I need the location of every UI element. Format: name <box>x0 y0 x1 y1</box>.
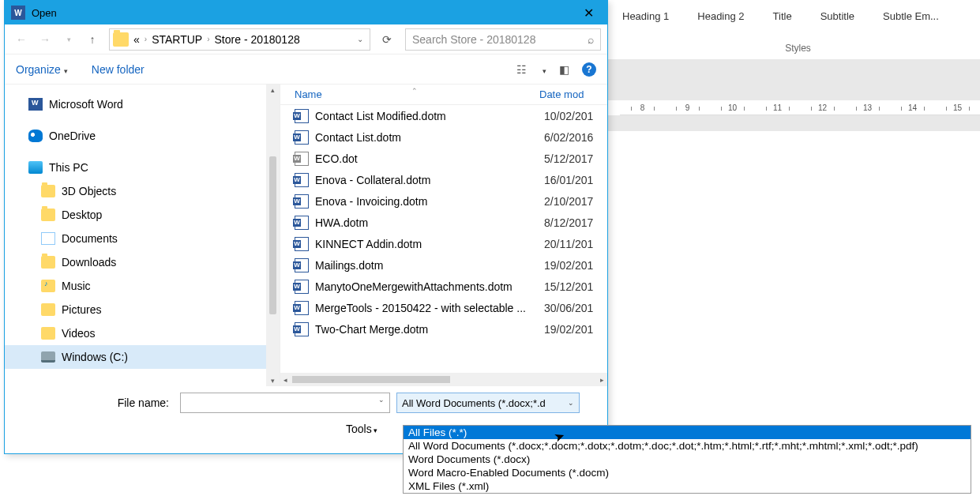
file-row[interactable]: Two-Chart Merge.dotm19/02/201 <box>280 318 607 340</box>
docs-icon <box>41 232 55 245</box>
music-icon <box>41 280 55 292</box>
file-row[interactable]: ManytoOneMergewithAttachments.dotm15/12/… <box>280 276 607 297</box>
filter-option[interactable]: Word Documents (*.docx) <box>404 453 971 466</box>
filename-label: File name: <box>16 396 174 409</box>
pc-icon <box>28 161 43 174</box>
organize-menu[interactable]: Organize <box>16 63 68 76</box>
tree-item-desktop[interactable]: Desktop <box>5 203 280 227</box>
sidebar-scrollbar[interactable]: ▴▾ <box>266 85 280 386</box>
search-icon[interactable]: ⌕ <box>588 33 594 46</box>
crumb-startup[interactable]: STARTUP <box>152 33 202 46</box>
filename-input[interactable]: ⌄ <box>180 393 390 413</box>
scroll-right-icon[interactable]: ▸ <box>597 376 607 384</box>
crumb-store[interactable]: Store - 20180128 <box>215 33 300 46</box>
preview-pane-button[interactable]: ◧ <box>559 63 569 76</box>
address-bar[interactable]: « › STARTUP › Store - 20180128 ⌄ <box>109 28 370 51</box>
filter-option[interactable]: All Word Documents (*.docx;*.docm;*.dotx… <box>404 439 971 453</box>
style-title[interactable]: Title <box>759 10 806 22</box>
file-list[interactable]: Contact List Modified.dotm10/02/201Conta… <box>280 105 607 340</box>
chevron-right-icon[interactable]: › <box>145 35 147 43</box>
recent-dropdown[interactable]: ▾ <box>58 29 79 50</box>
horizontal-ruler[interactable]: 8 9 10 11 12 13 14 15 <box>620 101 980 115</box>
refresh-button[interactable]: ⟳ <box>377 29 397 50</box>
horizontal-scrollbar[interactable]: ◂ ▸ <box>280 373 607 386</box>
style-heading1[interactable]: Heading 1 <box>608 10 683 22</box>
filetype-filter[interactable]: All Word Documents (*.docx;*.d ⌄ <box>396 393 580 413</box>
chevron-right-icon[interactable]: › <box>207 35 209 43</box>
close-button[interactable]: ✕ <box>573 6 604 21</box>
file-row[interactable]: ECO.dot5/12/2017 <box>280 148 607 169</box>
style-subtitle[interactable]: Subtitle <box>806 10 869 22</box>
tree-item-documents[interactable]: Documents <box>5 227 280 250</box>
tree-item-this-pc[interactable]: This PC <box>5 156 280 179</box>
address-history-dropdown[interactable]: ⌄ <box>352 35 368 43</box>
tools-menu[interactable]: Tools <box>346 423 377 435</box>
file-date: 10/02/201 <box>544 110 593 122</box>
back-button[interactable]: ← <box>11 29 32 50</box>
word-doc-icon <box>295 216 309 230</box>
tree-item-label: Music <box>62 280 91 292</box>
crumb-ellipsis[interactable]: « <box>133 33 140 46</box>
up-button[interactable]: ↑ <box>82 29 103 50</box>
file-date: 2/10/2017 <box>544 195 593 208</box>
file-date: 6/02/2016 <box>544 131 593 144</box>
file-row[interactable]: Contact List Modified.dotm10/02/201 <box>280 105 607 126</box>
onedrive-icon <box>28 130 43 142</box>
file-row[interactable]: HWA.dotm8/12/2017 <box>280 212 607 233</box>
nav-tree[interactable]: Microsoft WordOneDriveThis PC3D ObjectsD… <box>5 85 280 386</box>
word-styles-gallery: Heading 1 Heading 2 Title Subtitle Subtl… <box>608 0 980 32</box>
scroll-left-icon[interactable]: ◂ <box>280 376 291 384</box>
filter-option[interactable]: Word Macro-Enabled Documents (*.docm) <box>404 466 971 479</box>
filter-label: All Word Documents (*.docx;*.d <box>402 397 546 409</box>
column-headers[interactable]: Name Date mod <box>280 85 607 105</box>
file-name: Enova - Collateral.dotm <box>315 174 544 186</box>
open-dialog: Open ✕ ← → ▾ ↑ « › STARTUP › Store - 201… <box>4 0 608 454</box>
column-name[interactable]: Name <box>295 88 539 100</box>
search-input[interactable]: Search Store - 20180128 ⌕ <box>405 28 601 51</box>
filename-history-dropdown[interactable]: ⌄ <box>374 393 389 406</box>
ruler-mark: 12 <box>800 103 845 112</box>
tree-item-videos[interactable]: Videos <box>5 321 280 345</box>
tree-item-music[interactable]: Music <box>5 274 280 298</box>
word-doc-icon <box>295 237 309 251</box>
word-doc-icon <box>295 194 309 209</box>
tree-item-label: This PC <box>49 161 88 174</box>
scroll-up-icon[interactable]: ▴ <box>271 85 275 96</box>
tree-item-pictures[interactable]: Pictures <box>5 298 280 321</box>
scroll-thumb[interactable] <box>269 156 276 314</box>
new-folder-button[interactable]: New folder <box>92 63 145 76</box>
filter-option[interactable]: XML Files (*.xml) <box>404 479 971 493</box>
tree-item-windows-c-[interactable]: Windows (C:) <box>5 345 280 369</box>
file-date: 5/12/2017 <box>544 152 593 165</box>
view-mode-button[interactable]: ☷ <box>516 63 527 76</box>
scroll-down-icon[interactable]: ▾ <box>271 375 275 386</box>
tree-item-3d-objects[interactable]: 3D Objects <box>5 179 280 203</box>
view-dropdown[interactable] <box>539 63 546 76</box>
tree-item-onedrive[interactable]: OneDrive <box>5 124 280 148</box>
filetype-dropdown[interactable]: All Files (*.*)All Word Documents (*.doc… <box>403 425 971 494</box>
filter-option[interactable]: All Files (*.*) <box>404 426 971 439</box>
word-icon <box>11 6 25 20</box>
command-bar: Organize New folder ☷ ◧ ? <box>5 54 607 85</box>
file-row[interactable]: Enova - Invoicing.dotm2/10/2017 <box>280 190 607 212</box>
style-heading2[interactable]: Heading 2 <box>683 10 758 22</box>
style-subtle-em[interactable]: Subtle Em... <box>869 10 953 22</box>
tree-item-label: Downloads <box>62 256 116 269</box>
file-row[interactable]: Contact List.dotm6/02/2016 <box>280 126 607 148</box>
word-doc-icon <box>295 109 309 123</box>
tree-item-microsoft-word[interactable]: Microsoft Word <box>5 92 280 116</box>
word-doc-icon <box>295 152 309 166</box>
dialog-titlebar[interactable]: Open ✕ <box>5 1 607 24</box>
file-row[interactable]: Enova - Collateral.dotm16/01/201 <box>280 169 607 190</box>
file-row[interactable]: KINNECT Addin.dotm20/11/201 <box>280 233 607 254</box>
file-row[interactable]: MergeTools - 20150422 - with selectable … <box>280 297 607 318</box>
column-date[interactable]: Date mod <box>539 88 584 100</box>
tree-item-label: Videos <box>62 327 96 340</box>
file-row[interactable]: Mailings.dotm19/02/201 <box>280 254 607 276</box>
dialog-title: Open <box>32 7 57 19</box>
scroll-thumb[interactable] <box>292 376 450 383</box>
tree-item-downloads[interactable]: Downloads <box>5 250 280 274</box>
ruler-mark: 15 <box>935 103 980 112</box>
file-name: Contact List.dotm <box>315 131 544 144</box>
help-button[interactable]: ? <box>582 62 596 77</box>
